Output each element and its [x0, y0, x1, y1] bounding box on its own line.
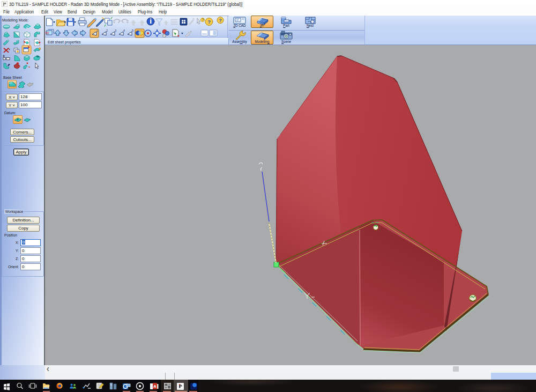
svg-text:1: 1 [96, 29, 98, 32]
svg-text:?: ? [207, 19, 211, 25]
svg-text:5: 5 [132, 29, 133, 32]
svg-text:?: ? [219, 18, 222, 23]
svg-text:4: 4 [123, 29, 125, 32]
svg-text:3: 3 [115, 29, 116, 32]
svg-text:2: 2 [106, 29, 108, 32]
svg-text:?: ? [202, 18, 204, 21]
svg-text:A: A [153, 384, 157, 389]
